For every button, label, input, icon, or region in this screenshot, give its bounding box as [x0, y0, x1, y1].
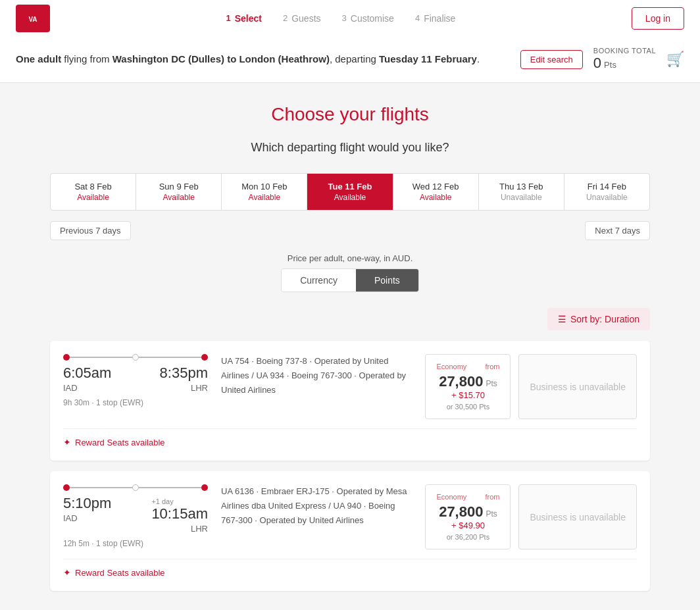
arr-airport-2: LHR [151, 524, 208, 534]
date-status-tue11: Available [312, 193, 387, 202]
arr-time-1: 8:35pm [160, 365, 208, 382]
cart-icon[interactable]: 🛒 [666, 51, 684, 68]
flight-details-text-2: UA 6136 · Embraer ERJ-175 · Operated by … [221, 486, 407, 525]
from-label-2: from [485, 493, 499, 501]
from-label-1: from [485, 363, 499, 370]
departing-text: , departing [330, 53, 379, 64]
plus-day-2: +1 day [151, 497, 173, 505]
login-button[interactable]: Log in [632, 7, 684, 30]
flying-from-text: flying from [61, 53, 113, 64]
nav-step-select[interactable]: 1 Select [215, 13, 272, 24]
step-label-select: Select [235, 13, 262, 24]
date-label-fri14: Fri 14 Feb [570, 182, 644, 191]
flight-times-2: 5:10pm IAD +1 day 10:15am LHR 12h 5m · 1… [63, 484, 208, 548]
step-label-finalise: Finalise [424, 13, 455, 24]
flight-main-1: 6:05am IAD 8:35pm LHR 9h 30m · 1 stop (E… [63, 354, 637, 419]
economy-label-1: Economy [436, 363, 466, 370]
sort-icon: ☰ [558, 314, 566, 324]
edit-search-button[interactable]: Edit search [520, 50, 583, 69]
adult-count: One adult [16, 53, 61, 64]
nav-step-guests[interactable]: 2 Guests [272, 13, 332, 24]
dep-airport-2: IAD [63, 513, 111, 523]
flight-duration-2: 12h 5m · 1 stop (EWR) [63, 539, 208, 548]
pts-label-1: Pts [486, 379, 497, 388]
date-cell-sun9[interactable]: Sun 9 Feb Available [136, 174, 222, 210]
logo-area: VA [16, 5, 50, 32]
flight-prices-1: Economy from 27,800 Pts + $15.70 or 30,5… [425, 354, 637, 419]
date-label-wed12: Wed 12 Feb [399, 182, 473, 191]
date-cell-tue11[interactable]: Tue 11 Feb Available [307, 174, 393, 210]
logo: VA [16, 5, 50, 32]
nav-steps: 1 Select 2 Guests 3 Customise 4 Finalise [215, 13, 466, 24]
pts-label-2: Pts [486, 509, 497, 519]
date-status-sun9: Available [141, 193, 216, 202]
flight-card-1: 6:05am IAD 8:35pm LHR 9h 30m · 1 stop (E… [50, 341, 650, 461]
date-cell-fri14[interactable]: Fri 14 Feb Unavailable [564, 174, 649, 210]
booking-total-row: 0 Pts [593, 55, 656, 72]
economy-price-box-2[interactable]: Economy from 27,800 Pts + $49.90 or 36,2… [425, 484, 511, 549]
date-label-mon10: Mon 10 Feb [227, 182, 301, 191]
step-num-1: 1 [226, 13, 230, 23]
dep-time-2: 5:10pm [63, 495, 111, 512]
booking-description: One adult flying from Washington DC (Dul… [16, 52, 480, 67]
step-label-guests: Guests [291, 13, 320, 24]
reward-bar-2: ✦ Reward Seats available [63, 559, 637, 578]
nav-step-customise[interactable]: 3 Customise [332, 13, 405, 24]
dep-dot-1 [63, 354, 70, 361]
arr-dot-2 [201, 484, 208, 491]
date-status-sat8: Available [56, 193, 130, 202]
price-pts-1: 27,800 [439, 373, 483, 390]
date-status-mon10: Available [227, 193, 301, 202]
arr-airport-1: LHR [160, 383, 208, 393]
date-cell-mon10[interactable]: Mon 10 Feb Available [222, 174, 307, 210]
booking-total-value: 0 [593, 55, 601, 72]
reward-icon-1: ✦ [63, 437, 71, 447]
date-cell-wed12[interactable]: Wed 12 Feb Available [393, 174, 479, 210]
route-text: Washington DC (Dulles) to London (Heathr… [113, 53, 330, 64]
price-toggle-bar: Currency Points [50, 268, 650, 292]
economy-price-box-1[interactable]: Economy from 27,800 Pts + $15.70 or 30,5… [425, 354, 511, 419]
dep-time-1: 6:05am [63, 365, 111, 382]
date-cell-thu13[interactable]: Thu 13 Feb Unavailable [479, 174, 564, 210]
next-7-days-button[interactable]: Next 7 days [585, 221, 650, 240]
step-num-3: 3 [342, 13, 347, 23]
reward-text-2: Reward Seats available [75, 568, 165, 578]
flight-times-1: 6:05am IAD 8:35pm LHR 9h 30m · 1 stop (E… [63, 354, 208, 407]
booking-right: Edit search BOOKING TOTAL 0 Pts 🛒 [520, 47, 684, 72]
economy-label-2: Economy [436, 493, 466, 501]
arr-time-2: 10:15am [151, 505, 208, 522]
reward-bar-1: ✦ Reward Seats available [63, 428, 637, 447]
booking-bar: One adult flying from Washington DC (Dul… [0, 36, 700, 83]
date-label-sun9: Sun 9 Feb [141, 182, 216, 191]
date-status-thu13: Unavailable [484, 193, 559, 202]
points-toggle-button[interactable]: Points [356, 269, 418, 292]
date-status-wed12: Available [399, 193, 473, 202]
nav-step-finalise[interactable]: 4 Finalise [405, 13, 466, 24]
business-price-box-2: Business is unavailable [518, 484, 637, 549]
prev-next-bar: Previous 7 days Next 7 days [50, 221, 650, 240]
date-label-sat8: Sat 8 Feb [56, 182, 130, 191]
flight-prices-2: Economy from 27,800 Pts + $49.90 or 36,2… [425, 484, 637, 549]
reward-icon-2: ✦ [63, 567, 71, 578]
departure-date: Tuesday 11 February [379, 53, 477, 64]
step-num-2: 2 [283, 13, 288, 23]
dep-dot-2 [63, 484, 70, 491]
sort-button[interactable]: ☰ Sort by: Duration [547, 308, 650, 330]
stop-circle-2 [132, 484, 139, 491]
sort-label: Sort by: Duration [570, 314, 639, 324]
price-or-1: or 30,500 Pts [436, 403, 499, 411]
stop-circle-1 [132, 354, 139, 361]
booking-total-box: BOOKING TOTAL 0 Pts [593, 47, 656, 72]
booking-total-pts: Pts [604, 60, 616, 70]
page-subtitle: Which departing flight would you like? [50, 141, 650, 155]
sort-bar: ☰ Sort by: Duration [50, 308, 650, 330]
header: VA 1 Select 2 Guests 3 Customise 4 Final… [0, 0, 700, 36]
main-content: Choose your flights Which departing flig… [34, 83, 666, 610]
currency-toggle-button[interactable]: Currency [282, 269, 356, 292]
reward-text-1: Reward Seats available [75, 438, 165, 447]
dep-airport-1: IAD [63, 383, 111, 393]
flight-duration-1: 9h 30m · 1 stop (EWR) [63, 398, 208, 407]
price-extra-2: + $49.90 [436, 521, 499, 530]
prev-7-days-button[interactable]: Previous 7 days [50, 221, 131, 240]
date-cell-sat8[interactable]: Sat 8 Feb Available [51, 174, 136, 210]
